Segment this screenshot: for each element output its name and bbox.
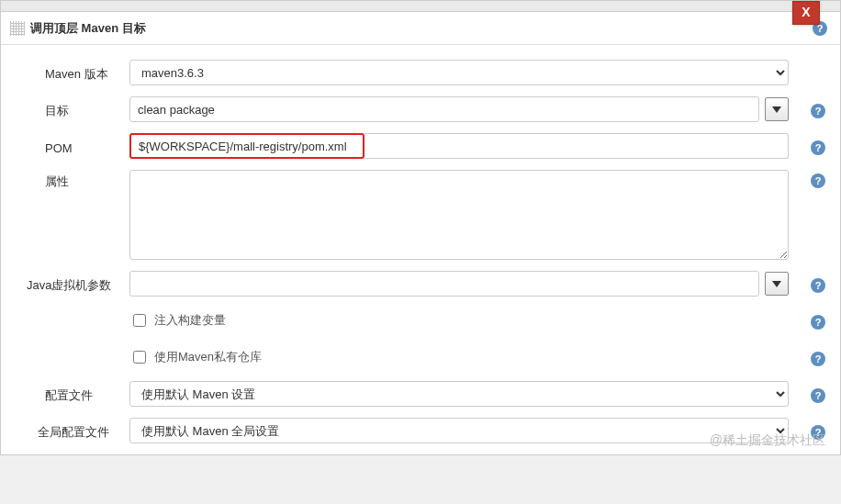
panel-title: 调用顶层 Maven 目标: [30, 20, 146, 37]
help-icon[interactable]: ?: [811, 352, 825, 366]
row-global-config-file: 全局配置文件 使用默认 Maven 全局设置 ?: [1, 412, 840, 449]
label-global-config-file: 全局配置文件: [1, 420, 129, 441]
row-config-file: 配置文件 使用默认 Maven 设置 ?: [1, 375, 840, 412]
advanced-toggle-button[interactable]: [765, 272, 789, 296]
advanced-toggle-button[interactable]: [765, 97, 789, 121]
label-goal: 目标: [1, 99, 129, 119]
help-icon[interactable]: ?: [811, 140, 825, 155]
config-file-select[interactable]: 使用默认 Maven 设置: [129, 381, 789, 407]
help-icon[interactable]: ?: [811, 315, 825, 330]
global-config-file-select[interactable]: 使用默认 Maven 全局设置: [129, 418, 789, 443]
pom-input[interactable]: [129, 133, 364, 159]
label-jvm-args: Java虚拟机参数: [1, 274, 129, 294]
row-goal: 目标 ?: [1, 91, 840, 128]
label-properties: 属性: [1, 170, 129, 190]
form-body: Maven 版本 maven3.6.3 目标 ? POM: [1, 45, 840, 454]
row-private-repo: 使用Maven私有仓库 ?: [1, 339, 840, 375]
row-jvm-args: Java虚拟机参数 ?: [1, 265, 840, 302]
help-icon[interactable]: ?: [811, 278, 825, 293]
label-config-file: 配置文件: [1, 384, 129, 404]
chevron-down-icon: [772, 106, 781, 113]
drag-handle-icon[interactable]: [10, 21, 25, 36]
row-pom: POM ?: [1, 128, 840, 164]
help-icon[interactable]: ?: [811, 388, 825, 403]
label-pom: POM: [1, 138, 129, 155]
pom-input-ext: [364, 133, 789, 159]
delete-step-button[interactable]: X: [792, 1, 820, 25]
private-repo-checkbox[interactable]: [133, 351, 146, 364]
row-properties: 属性 ?: [1, 164, 840, 265]
help-icon[interactable]: ?: [811, 425, 825, 440]
top-bar: [0, 0, 841, 11]
help-icon[interactable]: ?: [811, 104, 825, 118]
help-icon[interactable]: ?: [811, 174, 825, 188]
row-inject-vars: 注入构建变量 ?: [1, 302, 840, 339]
inject-build-vars-label: 注入构建变量: [154, 312, 226, 329]
maven-version-select[interactable]: maven3.6.3: [129, 60, 789, 85]
maven-build-step-panel: X 调用顶层 Maven 目标 ? Maven 版本 maven3.6.3 目标…: [0, 11, 841, 455]
row-maven-version: Maven 版本 maven3.6.3: [1, 54, 840, 91]
panel-header: 调用顶层 Maven 目标 ?: [1, 12, 840, 45]
chevron-down-icon: [772, 281, 781, 287]
jvm-args-input[interactable]: [129, 271, 759, 297]
private-repo-label: 使用Maven私有仓库: [154, 349, 262, 365]
empty-label: [1, 355, 129, 359]
goal-input[interactable]: [129, 96, 759, 122]
properties-textarea[interactable]: [129, 170, 789, 260]
label-maven-version: Maven 版本: [1, 62, 129, 83]
inject-build-vars-checkbox[interactable]: [133, 314, 146, 327]
empty-label: [1, 319, 129, 322]
